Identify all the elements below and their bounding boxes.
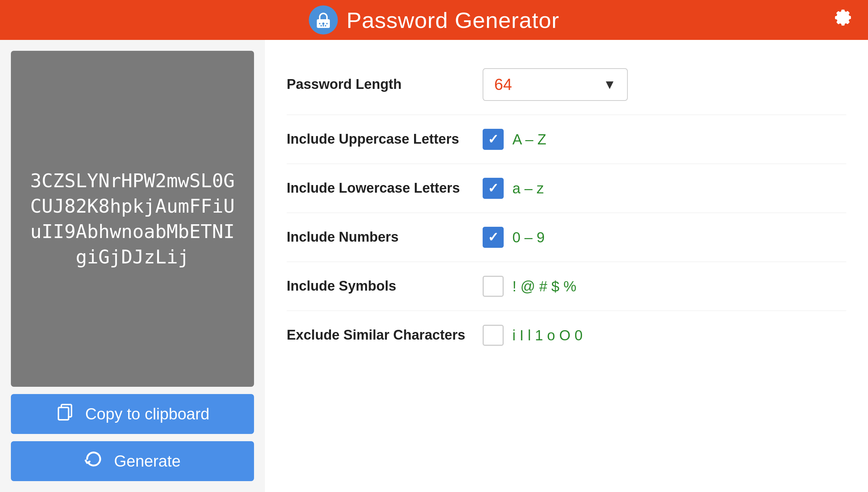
lowercase-checkbox[interactable]: ✓ — [483, 178, 504, 199]
chevron-down-icon: ▼ — [603, 77, 616, 92]
numbers-checkbox[interactable]: ✓ — [483, 227, 504, 248]
exclude-similar-control: i I l 1 o O 0 — [483, 325, 846, 346]
checkmark-icon: ✓ — [488, 181, 499, 196]
header-title-group: Password Generator — [309, 5, 560, 34]
svg-point-5 — [325, 25, 326, 26]
numbers-value-label: 0 – 9 — [512, 229, 545, 246]
symbols-value-label: ! @ # $ % — [512, 278, 576, 295]
password-length-value: 64 — [494, 75, 512, 94]
password-length-row: Password Length 64 ▼ — [287, 54, 846, 115]
copy-icon — [56, 402, 74, 426]
exclude-similar-checkbox[interactable] — [483, 325, 504, 346]
lowercase-value-label: a – z — [512, 180, 544, 197]
password-length-label: Password Length — [287, 75, 483, 93]
lowercase-row: Include Lowercase Letters ✓ a – z — [287, 164, 846, 213]
symbols-label: Include Symbols — [287, 277, 483, 295]
checkmark-icon: ✓ — [488, 230, 499, 245]
copy-label: Copy to clipboard — [85, 405, 209, 423]
uppercase-value-label: A – Z — [512, 131, 546, 148]
settings-button[interactable] — [832, 7, 853, 33]
generate-label: Generate — [114, 452, 180, 470]
numbers-label: Include Numbers — [287, 228, 483, 246]
generate-button[interactable]: Generate — [11, 441, 254, 481]
uppercase-checkbox[interactable]: ✓ — [483, 129, 504, 150]
app-title: Password Generator — [347, 7, 560, 33]
copy-to-clipboard-button[interactable]: Copy to clipboard — [11, 394, 254, 434]
main-content: 3CZSLYNrHPW2mwSL0GCUJ82K8hpkjAumFFiUuII9… — [0, 40, 868, 492]
right-panel: Password Length 64 ▼ Include Uppercase L… — [265, 40, 868, 492]
svg-point-1 — [322, 22, 324, 25]
symbols-checkbox[interactable] — [483, 276, 504, 297]
refresh-icon — [84, 450, 103, 473]
uppercase-row: Include Uppercase Letters ✓ A – Z — [287, 115, 846, 164]
svg-point-3 — [319, 23, 320, 24]
exclude-similar-label: Exclude Similar Characters — [287, 326, 483, 344]
uppercase-control: ✓ A – Z — [483, 129, 846, 150]
lock-icon — [309, 5, 338, 34]
password-length-dropdown[interactable]: 64 ▼ — [483, 68, 628, 101]
password-display: 3CZSLYNrHPW2mwSL0GCUJ82K8hpkjAumFFiUuII9… — [11, 51, 254, 387]
numbers-row: Include Numbers ✓ 0 – 9 — [287, 213, 846, 262]
symbols-control: ! @ # $ % — [483, 276, 846, 297]
left-panel: 3CZSLYNrHPW2mwSL0GCUJ82K8hpkjAumFFiUuII9… — [0, 40, 265, 492]
app-header: Password Generator — [0, 0, 868, 40]
svg-rect-8 — [58, 407, 69, 420]
uppercase-label: Include Uppercase Letters — [287, 130, 483, 148]
svg-point-6 — [326, 23, 328, 24]
svg-point-4 — [320, 25, 322, 26]
exclude-similar-value-label: i I l 1 o O 0 — [512, 327, 582, 344]
exclude-similar-row: Exclude Similar Characters i I l 1 o O 0 — [287, 311, 846, 360]
lowercase-label: Include Lowercase Letters — [287, 179, 483, 197]
numbers-control: ✓ 0 – 9 — [483, 227, 846, 248]
password-length-control: 64 ▼ — [483, 68, 846, 101]
lowercase-control: ✓ a – z — [483, 178, 846, 199]
password-text: 3CZSLYNrHPW2mwSL0GCUJ82K8hpkjAumFFiUuII9… — [25, 168, 239, 270]
checkmark-icon: ✓ — [488, 132, 499, 147]
symbols-row: Include Symbols ! @ # $ % — [287, 262, 846, 311]
